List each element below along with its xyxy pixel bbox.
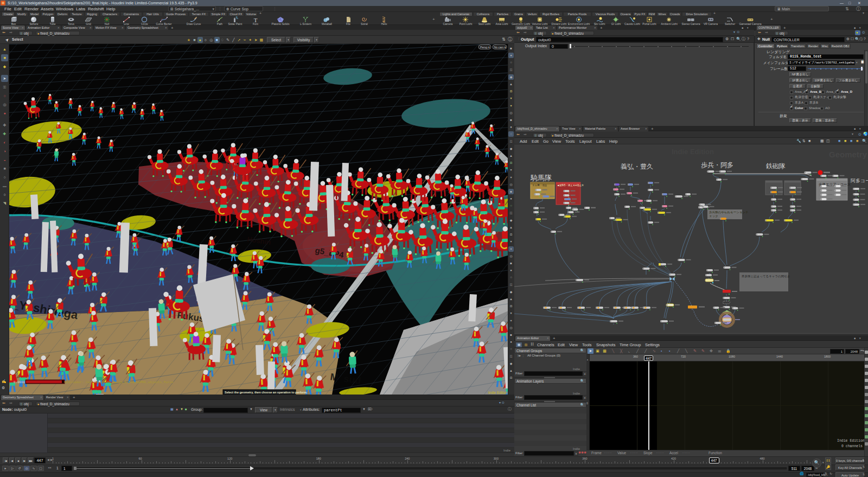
svg-text:No cam ▾: No cam ▾	[494, 46, 506, 49]
svg-text:キル用・消去: キル用・消去	[532, 184, 547, 187]
svg-text:ェック: ェック	[709, 214, 718, 218]
svg-text:歩兵・阿多: 歩兵・阿多	[701, 161, 733, 169]
svg-text:歩兵隊のやられモーションチ: 歩兵隊のやられモーションチ	[709, 211, 749, 214]
svg-text:阿多コース: 阿多コース	[851, 178, 868, 183]
svg-text:Indie Edition: Indie Edition	[672, 148, 714, 156]
svg-text:Geometry: Geometry	[829, 150, 867, 159]
svg-text:鉄砲隊: 鉄砲隊	[766, 162, 786, 170]
svg-text:hudslider: /out/Redshift_Honda: hudslider: /out/Redshift_Honda_A_ShadowP…	[64, 380, 174, 384]
svg-text:0.0000: 0.0000	[14, 380, 25, 384]
svg-text:■攻防5・潰える▾消え方: ■攻防5・潰える▾消え方	[558, 183, 584, 187]
svg-text:Select the geometry, then choo: Select the geometry, then choose an oper…	[225, 391, 308, 394]
svg-text:騎馬隊: 騎馬隊	[531, 174, 552, 182]
svg-text:義弘・豊久: 義弘・豊久	[621, 163, 653, 170]
svg-text:本多隊と詰まってるキャラの間引き: 本多隊と詰まってるキャラの間引き	[742, 275, 790, 278]
svg-text:Indie Edition: Indie Edition	[488, 391, 508, 395]
svg-text:Persp ▾: Persp ▾	[480, 46, 490, 49]
